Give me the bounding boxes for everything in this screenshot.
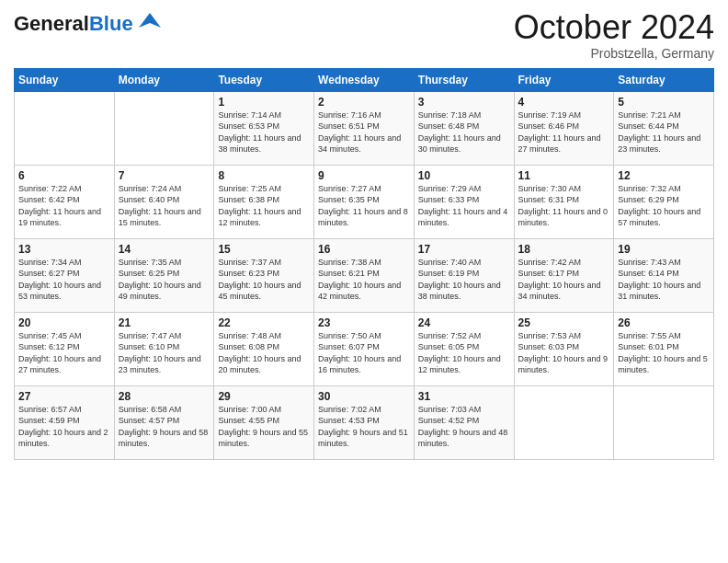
table-row: 22Sunrise: 7:48 AMSunset: 6:08 PMDayligh… (214, 312, 314, 385)
col-wednesday: Wednesday (314, 68, 415, 91)
day-number: 30 (318, 390, 410, 403)
day-info: Sunrise: 7:18 AMSunset: 6:48 PMDaylight:… (418, 109, 510, 155)
day-info: Sunrise: 7:30 AMSunset: 6:31 PMDaylight:… (518, 183, 610, 229)
day-number: 13 (18, 243, 110, 256)
sunset-text: Sunset: 4:59 PM (18, 416, 80, 425)
day-number: 10 (418, 169, 510, 182)
daylight-text: Daylight: 10 hours and 42 minutes. (318, 281, 401, 302)
daylight-text: Daylight: 9 hours and 48 minutes. (418, 428, 508, 449)
sunset-text: Sunset: 4:52 PM (418, 416, 480, 425)
sunset-text: Sunset: 6:53 PM (218, 121, 279, 131)
sunrise-text: Sunrise: 7:52 AM (418, 331, 482, 340)
sunset-text: Sunset: 6:07 PM (318, 342, 380, 351)
table-row (614, 385, 714, 459)
day-info: Sunrise: 7:37 AMSunset: 6:23 PMDaylight:… (218, 257, 310, 303)
daylight-text: Daylight: 10 hours and 9 minutes. (518, 354, 609, 375)
table-row: 29Sunrise: 7:00 AMSunset: 4:55 PMDayligh… (214, 385, 314, 459)
sunset-text: Sunset: 4:57 PM (119, 416, 180, 425)
sunrise-text: Sunrise: 7:29 AM (418, 184, 482, 193)
daylight-text: Daylight: 11 hours and 27 minutes. (518, 133, 601, 155)
sunset-text: Sunset: 6:42 PM (18, 195, 80, 204)
sunset-text: Sunset: 6:08 PM (218, 342, 279, 351)
day-info: Sunrise: 7:14 AMSunset: 6:53 PMDaylight:… (218, 109, 310, 155)
daylight-text: Daylight: 11 hours and 38 minutes. (218, 133, 301, 155)
daylight-text: Daylight: 9 hours and 58 minutes. (119, 428, 209, 449)
table-row: 17Sunrise: 7:40 AMSunset: 6:19 PMDayligh… (414, 238, 514, 312)
table-row: 18Sunrise: 7:42 AMSunset: 6:17 PMDayligh… (514, 238, 614, 312)
sunset-text: Sunset: 6:01 PM (618, 342, 679, 351)
day-number: 28 (119, 390, 210, 403)
sunset-text: Sunset: 6:33 PM (418, 195, 480, 204)
calendar-body: 1Sunrise: 7:14 AMSunset: 6:53 PMDaylight… (15, 91, 714, 459)
day-number: 7 (119, 169, 210, 182)
daylight-text: Daylight: 10 hours and 34 minutes. (518, 281, 601, 302)
sunset-text: Sunset: 6:35 PM (318, 195, 380, 204)
day-number: 31 (418, 390, 510, 403)
table-row: 7Sunrise: 7:24 AMSunset: 6:40 PMDaylight… (114, 165, 214, 238)
table-row: 26Sunrise: 7:55 AMSunset: 6:01 PMDayligh… (614, 312, 714, 385)
day-info: Sunrise: 7:32 AMSunset: 6:29 PMDaylight:… (618, 183, 710, 229)
day-number: 26 (618, 316, 710, 329)
daylight-text: Daylight: 11 hours and 4 minutes. (418, 207, 508, 228)
sunset-text: Sunset: 4:55 PM (218, 416, 279, 425)
sunset-text: Sunset: 6:03 PM (518, 342, 580, 351)
svg-marker-0 (139, 13, 161, 28)
sunrise-text: Sunrise: 7:32 AM (618, 184, 681, 193)
table-row: 4Sunrise: 7:19 AMSunset: 6:46 PMDaylight… (514, 91, 614, 165)
sunset-text: Sunset: 6:19 PM (418, 269, 480, 278)
col-friday: Friday (514, 68, 614, 91)
day-info: Sunrise: 6:57 AMSunset: 4:59 PMDaylight:… (18, 404, 110, 450)
sunrise-text: Sunrise: 7:43 AM (618, 258, 681, 267)
day-info: Sunrise: 7:48 AMSunset: 6:08 PMDaylight:… (218, 330, 310, 376)
sunrise-text: Sunrise: 7:19 AM (518, 110, 582, 120)
daylight-text: Daylight: 11 hours and 30 minutes. (418, 133, 501, 155)
table-row: 31Sunrise: 7:03 AMSunset: 4:52 PMDayligh… (414, 385, 514, 459)
col-thursday: Thursday (414, 68, 514, 91)
table-row: 11Sunrise: 7:30 AMSunset: 6:31 PMDayligh… (514, 165, 614, 238)
day-info: Sunrise: 6:58 AMSunset: 4:57 PMDaylight:… (119, 404, 210, 450)
day-number: 20 (18, 316, 110, 329)
sunrise-text: Sunrise: 7:16 AM (318, 110, 381, 120)
table-row: 24Sunrise: 7:52 AMSunset: 6:05 PMDayligh… (414, 312, 514, 385)
sunset-text: Sunset: 4:53 PM (318, 416, 380, 425)
sunset-text: Sunset: 6:12 PM (18, 342, 80, 351)
sunrise-text: Sunrise: 6:57 AM (18, 405, 82, 414)
col-tuesday: Tuesday (214, 68, 314, 91)
day-info: Sunrise: 7:24 AMSunset: 6:40 PMDaylight:… (119, 183, 210, 229)
day-number: 27 (18, 390, 110, 403)
sunset-text: Sunset: 6:31 PM (518, 195, 580, 204)
daylight-text: Daylight: 10 hours and 27 minutes. (18, 354, 101, 375)
table-row: 13Sunrise: 7:34 AMSunset: 6:27 PMDayligh… (15, 238, 115, 312)
day-info: Sunrise: 7:03 AMSunset: 4:52 PMDaylight:… (418, 404, 510, 450)
table-row: 1Sunrise: 7:14 AMSunset: 6:53 PMDaylight… (214, 91, 314, 165)
day-info: Sunrise: 7:45 AMSunset: 6:12 PMDaylight:… (18, 330, 110, 376)
day-number: 8 (218, 169, 310, 182)
table-row: 9Sunrise: 7:27 AMSunset: 6:35 PMDaylight… (314, 165, 415, 238)
logo-bird-icon (137, 9, 163, 39)
sunrise-text: Sunrise: 7:14 AM (218, 110, 281, 120)
table-row: 14Sunrise: 7:35 AMSunset: 6:25 PMDayligh… (114, 238, 214, 312)
sunrise-text: Sunrise: 7:53 AM (518, 331, 582, 340)
day-number: 1 (218, 96, 310, 109)
day-info: Sunrise: 7:19 AMSunset: 6:46 PMDaylight:… (518, 109, 610, 155)
sunrise-text: Sunrise: 7:34 AM (18, 258, 82, 267)
title-area: October 2024 Probstzella, Germany (514, 9, 714, 61)
daylight-text: Daylight: 10 hours and 49 minutes. (119, 281, 201, 302)
daylight-text: Daylight: 11 hours and 0 minutes. (518, 207, 609, 228)
sunset-text: Sunset: 6:29 PM (618, 195, 679, 204)
day-number: 4 (518, 96, 610, 109)
table-row: 3Sunrise: 7:18 AMSunset: 6:48 PMDaylight… (414, 91, 514, 165)
sunset-text: Sunset: 6:10 PM (119, 342, 180, 351)
daylight-text: Daylight: 10 hours and 12 minutes. (418, 354, 501, 375)
sunset-text: Sunset: 6:23 PM (218, 269, 279, 278)
day-number: 16 (318, 243, 410, 256)
day-number: 21 (119, 316, 210, 329)
day-number: 22 (218, 316, 310, 329)
sunrise-text: Sunrise: 7:48 AM (218, 331, 281, 340)
sunset-text: Sunset: 6:21 PM (318, 269, 380, 278)
sunrise-text: Sunrise: 7:21 AM (618, 110, 681, 120)
day-info: Sunrise: 7:50 AMSunset: 6:07 PMDaylight:… (318, 330, 410, 376)
table-row: 2Sunrise: 7:16 AMSunset: 6:51 PMDaylight… (314, 91, 415, 165)
day-number: 9 (318, 169, 410, 182)
daylight-text: Daylight: 11 hours and 8 minutes. (318, 207, 408, 228)
